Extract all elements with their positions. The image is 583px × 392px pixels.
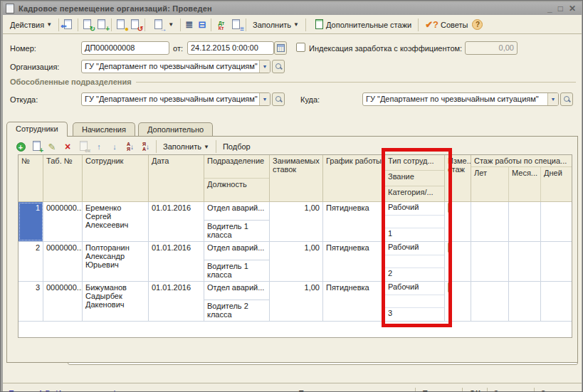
sort-desc-icon[interactable]: ЯА↓ xyxy=(138,140,154,153)
current-user-link[interactable]: Павлов А.В. (Администратор) xyxy=(9,389,117,392)
post-document-icon[interactable]: ⇐ xyxy=(61,18,75,31)
col-header-employee-type[interactable]: Тип сотруд... Звание Категория/... xyxy=(385,155,445,202)
col-header-days[interactable]: Дней xyxy=(541,167,570,201)
pick-button[interactable]: Подбор xyxy=(219,140,255,153)
date-field[interactable]: 24.12.2015 0:00:00 xyxy=(187,41,274,55)
tab-additional[interactable]: Дополнительно xyxy=(138,122,213,137)
table-row[interactable]: 2 0000000... Полторанин Александр Юрьеви… xyxy=(19,242,572,282)
change-experience-checkbox[interactable] xyxy=(448,203,449,213)
clear-movements-icon[interactable]: ↺ xyxy=(128,18,142,31)
months-cell[interactable] xyxy=(509,202,541,241)
edit-row-icon[interactable]: ✎ xyxy=(44,140,60,153)
row-number-cell[interactable]: 1 xyxy=(19,202,43,241)
save-button[interactable]: Записать xyxy=(489,388,532,392)
employee-type-cell[interactable]: Рабочий 3 xyxy=(385,282,445,321)
months-cell[interactable] xyxy=(509,242,541,281)
days-cell[interactable] xyxy=(541,202,572,241)
tab-accruals[interactable]: Начисления xyxy=(73,122,135,137)
change-experience-checkbox[interactable] xyxy=(448,282,449,292)
to-field[interactable]: ГУ "Департамент по чрезвычайным ситуация… xyxy=(362,92,559,106)
help-icon[interactable]: ? xyxy=(472,19,483,30)
years-cell[interactable] xyxy=(471,202,509,241)
col-header-division-position[interactable]: Подразделение Должность xyxy=(204,155,270,202)
move-up-icon[interactable]: ↑ xyxy=(91,140,107,153)
change-experience-checkbox[interactable] xyxy=(448,243,449,253)
close-button[interactable]: ✕ xyxy=(569,4,576,14)
delete-row-icon[interactable]: × xyxy=(60,140,75,153)
from-field[interactable]: ГУ "Департамент по чрезвычайным ситуация… xyxy=(81,92,271,106)
employee-cell[interactable]: Еременко Сергей Алексеевич xyxy=(83,202,149,241)
repost-icon[interactable]: ↻ xyxy=(80,18,95,31)
indexation-label[interactable]: Индексация заработка с коэффициентом: xyxy=(309,44,462,53)
years-cell[interactable] xyxy=(471,282,509,321)
change-experience-cell[interactable] xyxy=(445,282,471,321)
employee-type-cell[interactable]: Рабочий 2 xyxy=(385,242,445,281)
tab-num-cell[interactable]: 0000000... xyxy=(43,202,83,241)
col-header-months[interactable]: Меся... xyxy=(509,167,541,201)
organization-field[interactable]: ГУ "Департамент по чрезвычайным ситуация… xyxy=(81,60,271,73)
col-header-years[interactable]: Лет xyxy=(471,167,509,201)
tab-employees[interactable]: Сотрудники xyxy=(6,122,68,137)
dt-kt-icon[interactable]: ДтКт xyxy=(214,18,229,31)
rate-cell[interactable]: 1,00 xyxy=(270,202,323,241)
tab-num-cell[interactable]: 0000000... xyxy=(43,242,83,281)
schedule-cell[interactable]: Пятидневка xyxy=(323,242,385,281)
close-form-button[interactable]: Закрыть xyxy=(536,388,576,392)
go-to-button[interactable]: → ▼ xyxy=(147,16,178,33)
grid-fill-button[interactable]: Заполнить ▼ xyxy=(159,140,214,153)
to-search-button[interactable] xyxy=(560,92,573,106)
posting-mode-icon[interactable]: ⊟ xyxy=(196,19,209,31)
print-button[interactable]: Печать ▼ xyxy=(417,388,461,392)
col-header-specialty-experience[interactable]: Стаж работы по специа... Лет Меся... Дне… xyxy=(471,155,572,202)
copy-document-icon[interactable]: + xyxy=(95,18,109,31)
employee-cell[interactable]: Полторанин Александр Юрьевич xyxy=(83,242,149,281)
table-row[interactable]: 3 0000000... Бижуманов Садырбек Дакенови… xyxy=(19,282,572,322)
add-row-icon[interactable]: + xyxy=(13,140,28,153)
additional-experience-button[interactable]: Дополнительные стажи xyxy=(308,16,416,33)
col-header-tab-num[interactable]: Таб. № xyxy=(43,155,83,202)
col-header-num[interactable]: № xyxy=(19,155,43,202)
tab-num-cell[interactable]: 0000000... xyxy=(43,282,83,321)
col-header-employee[interactable]: Сотрудник xyxy=(83,155,149,202)
row-number-cell[interactable]: 2 xyxy=(19,242,43,281)
chevron-down-icon[interactable]: ▼ xyxy=(259,60,270,73)
schedule-cell[interactable]: Пятидневка xyxy=(323,282,385,321)
number-field[interactable]: ДП000000008 xyxy=(81,41,169,55)
document-report-icon[interactable]: ≡ xyxy=(229,18,243,31)
minimize-button[interactable]: _ xyxy=(547,4,552,14)
days-cell[interactable] xyxy=(541,282,572,321)
col-header-date[interactable]: Дата xyxy=(149,155,204,202)
calendar-button[interactable] xyxy=(274,41,287,55)
ok-button[interactable]: ОК xyxy=(464,388,485,392)
row-number-cell[interactable]: 3 xyxy=(19,282,43,321)
col-header-change-experience[interactable]: Изме... стаж xyxy=(445,155,471,202)
from-search-button[interactable] xyxy=(272,92,285,106)
months-cell[interactable] xyxy=(509,282,541,321)
date-cell[interactable]: 01.01.2016 xyxy=(149,282,204,321)
indexation-checkbox[interactable] xyxy=(296,43,305,52)
chevron-down-icon[interactable]: ▼ xyxy=(259,93,270,105)
maximize-button[interactable]: □ xyxy=(558,4,563,14)
rate-cell[interactable]: 1,00 xyxy=(270,242,323,281)
division-position-cell[interactable]: Отдел аварий... Водитель 1 класса xyxy=(204,242,270,281)
date-cell[interactable]: 01.01.2016 xyxy=(149,242,204,281)
col-header-rate[interactable]: Занимаемых ставок xyxy=(270,155,323,202)
chevron-down-icon[interactable]: ▼ xyxy=(547,93,558,105)
fill-menu-button[interactable]: Заполнить ▼ xyxy=(248,18,303,31)
list-settings-icon[interactable]: ≣ xyxy=(183,19,196,31)
employee-cell[interactable]: Бижуманов Садырбек Дакенович xyxy=(83,282,149,321)
move-down-icon[interactable]: ↓ xyxy=(107,140,122,153)
col-header-schedule[interactable]: График работы xyxy=(323,155,385,202)
change-experience-cell[interactable] xyxy=(445,202,471,241)
title-bar[interactable]: Кадровое перемещение организаций: Провед… xyxy=(3,2,582,15)
division-position-cell[interactable]: Отдел аварий... Водитель 2 класса xyxy=(204,282,270,321)
days-cell[interactable] xyxy=(541,242,572,281)
order-list-button[interactable]: Приказ на список сотрудников xyxy=(293,388,414,392)
actions-menu-button[interactable]: Действия ▼ xyxy=(6,18,56,31)
change-experience-cell[interactable] xyxy=(445,242,471,281)
date-cell[interactable]: 01.01.2016 xyxy=(149,202,204,241)
post-movements-icon[interactable]: ● xyxy=(114,18,128,31)
years-cell[interactable] xyxy=(471,242,509,281)
employee-type-cell[interactable]: Рабочий 1 xyxy=(385,202,445,241)
division-position-cell[interactable]: Отдел аварий... Водитель 1 класса xyxy=(204,202,270,241)
